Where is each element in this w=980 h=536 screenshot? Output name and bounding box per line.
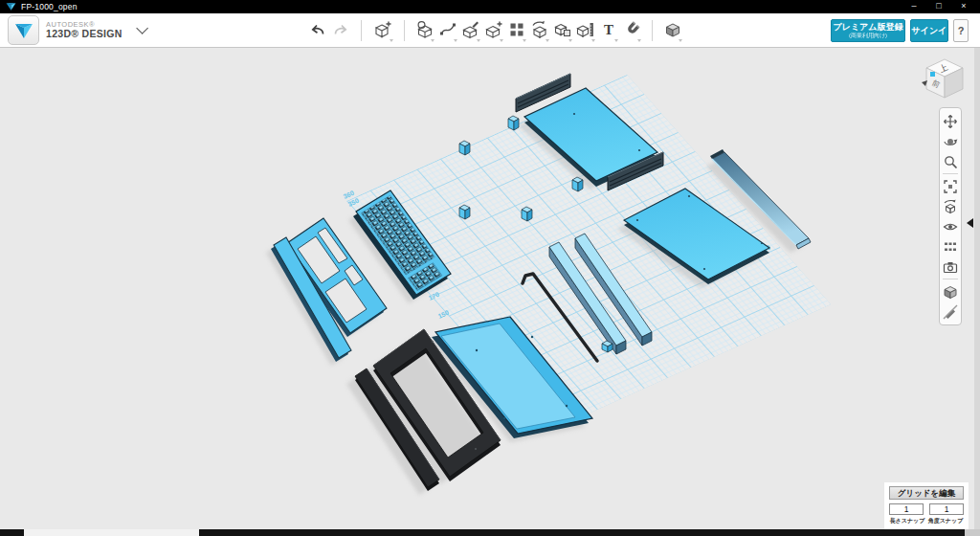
view-cube[interactable]: 上 前 xyxy=(920,55,969,104)
edit-grid-button[interactable]: グリッドを編集 xyxy=(889,486,964,500)
bottom-bar-segment-right xyxy=(965,529,980,536)
angle-snap-label: 角度スナップ xyxy=(927,517,964,525)
material-view-button[interactable] xyxy=(940,281,961,302)
measure-icon xyxy=(576,20,595,39)
orbit-button[interactable] xyxy=(940,131,961,151)
construct-tool[interactable] xyxy=(460,17,482,44)
sketch-icon xyxy=(415,20,434,39)
pan-icon xyxy=(943,114,958,129)
window-titlebar: FP-1000_open – □ × xyxy=(0,0,980,13)
length-snap-label: 長さスナップ xyxy=(889,517,925,525)
sketch-tool[interactable] xyxy=(414,17,436,44)
close-button[interactable]: × xyxy=(951,0,976,13)
modify-icon xyxy=(484,20,503,39)
undo-button[interactable] xyxy=(307,17,329,44)
text-icon: T xyxy=(604,22,613,37)
signin-button[interactable]: サインイン xyxy=(910,19,948,42)
panel-collapse-arrow[interactable] xyxy=(967,218,973,228)
primitives-icon xyxy=(373,20,392,39)
minimize-button[interactable]: – xyxy=(902,0,926,13)
menu-chevron-icon[interactable] xyxy=(136,22,148,34)
brand-product: 123D® DESIGN xyxy=(46,29,122,39)
zoom-button[interactable] xyxy=(940,151,961,171)
camera-icon xyxy=(943,259,958,275)
sketch-visibility-button[interactable] xyxy=(940,302,961,322)
screenshot-button[interactable] xyxy=(940,257,961,277)
material-tool[interactable] xyxy=(662,17,684,44)
fit-button[interactable] xyxy=(940,176,961,196)
primitives-tool[interactable] xyxy=(371,17,395,44)
autodesk-123d-logo xyxy=(8,15,39,45)
premium-label: プレミアム版登録 xyxy=(832,22,904,32)
bottom-bar-segment xyxy=(24,529,199,536)
spline-tool[interactable] xyxy=(437,17,459,44)
angle-snap-input[interactable]: 1 xyxy=(929,503,964,515)
app-menu[interactable]: AUTODESK® 123D® DESIGN xyxy=(8,15,145,45)
orbit-icon xyxy=(943,134,958,149)
bottom-bar xyxy=(0,529,980,536)
pan-button[interactable] xyxy=(940,111,961,131)
visibility-button[interactable] xyxy=(940,216,961,236)
modify-tool[interactable] xyxy=(483,17,505,44)
combine-tool[interactable] xyxy=(552,17,574,44)
look-at-button[interactable] xyxy=(940,196,961,216)
fit-icon xyxy=(943,179,958,194)
eye-icon xyxy=(943,219,958,234)
grouping-icon xyxy=(530,20,549,39)
help-button[interactable]: ? xyxy=(953,19,969,42)
grouping-tool[interactable] xyxy=(529,17,551,44)
spline-icon xyxy=(438,20,457,39)
grid-settings-panel: グリッドを編集 1 1 長さスナップ 角度スナップ xyxy=(884,482,969,529)
snap-tool[interactable] xyxy=(621,17,643,44)
redo-icon xyxy=(331,20,350,39)
maximize-button[interactable]: □ xyxy=(926,0,951,13)
combine-icon xyxy=(553,20,572,39)
display-rows-icon xyxy=(943,239,958,255)
display-rows-button[interactable] xyxy=(940,236,961,257)
viewport-3d[interactable]: 360 350 170 150 140 xyxy=(0,48,980,529)
view-toolbar xyxy=(939,107,962,325)
sketch-visibility-icon xyxy=(943,304,958,320)
snap-icon xyxy=(622,20,641,39)
window-title: FP-1000_open xyxy=(21,2,78,11)
app-logo-icon xyxy=(6,2,16,11)
premium-sublabel: (商業利用向け) xyxy=(832,32,904,39)
text-tool[interactable]: T xyxy=(598,17,620,44)
look-at-icon xyxy=(943,199,958,214)
part-small-bracket[interactable] xyxy=(602,341,612,352)
material-icon xyxy=(663,20,682,39)
redo-button[interactable] xyxy=(330,17,352,44)
viewport-edge xyxy=(974,48,980,529)
premium-register-button[interactable]: プレミアム版登録 (商業利用向け) xyxy=(831,19,905,42)
main-toolbar: AUTODESK® 123D® DESIGN xyxy=(0,13,980,48)
pattern-tool[interactable] xyxy=(506,17,528,44)
construct-icon xyxy=(461,20,480,39)
viewcube-edge-highlight[interactable] xyxy=(930,72,935,77)
length-snap-input[interactable]: 1 xyxy=(889,503,924,515)
scene-svg: 360 350 170 150 140 xyxy=(0,48,980,529)
material-cube-icon xyxy=(943,284,958,300)
undo-icon xyxy=(308,20,327,39)
zoom-icon xyxy=(943,154,958,169)
measure-tool[interactable] xyxy=(575,17,597,44)
pattern-icon xyxy=(507,20,526,39)
app-window: FP-1000_open – □ × AUTODESK® 123D® DESIG… xyxy=(0,0,980,536)
